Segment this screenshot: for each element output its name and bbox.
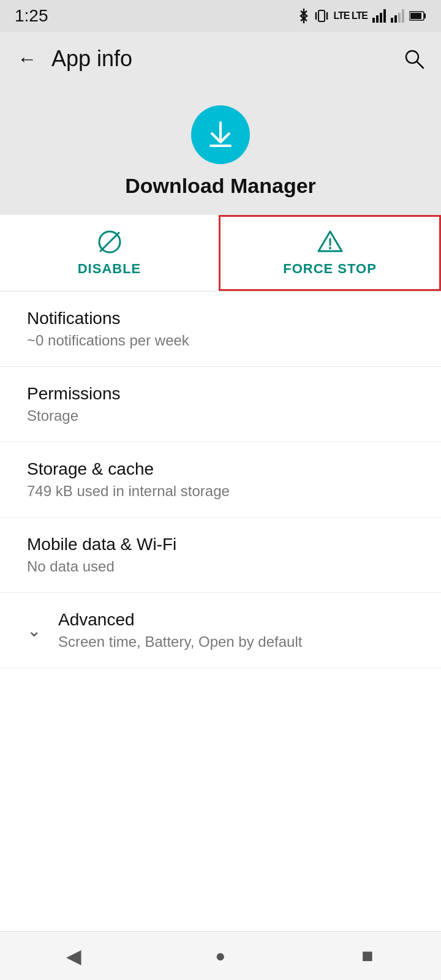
page-title: App info — [51, 46, 132, 72]
notifications-content: Notifications ~0 notifications per week — [27, 309, 417, 349]
advanced-content: Advanced Screen time, Battery, Open by d… — [58, 610, 417, 650]
search-icon — [403, 48, 425, 70]
nav-back-icon: ◀ — [66, 944, 81, 968]
svg-rect-1 — [318, 10, 325, 21]
nav-home-button[interactable]: ● — [196, 932, 245, 981]
nav-recents-icon: ■ — [361, 944, 373, 967]
notifications-item[interactable]: Notifications ~0 notifications per week — [0, 292, 441, 367]
nav-back-button[interactable]: ◀ — [49, 932, 98, 981]
battery-icon — [409, 10, 426, 21]
app-icon — [191, 105, 250, 164]
bluetooth-icon — [298, 8, 310, 24]
permissions-subtitle: Storage — [27, 407, 417, 424]
status-bar: 1:25 LTE LTE — [0, 0, 441, 32]
storage-subtitle: 749 kB used in internal storage — [27, 483, 417, 500]
force-stop-icon — [317, 229, 343, 255]
disable-icon — [97, 229, 123, 255]
download-icon — [203, 118, 238, 152]
status-icons: LTE LTE — [298, 8, 426, 24]
force-stop-label: FORCE STOP — [283, 261, 377, 277]
svg-rect-5 — [376, 15, 379, 23]
signal-icon-2 — [391, 9, 404, 23]
back-arrow-icon: ← — [17, 48, 37, 70]
svg-rect-6 — [380, 13, 382, 23]
mobile-data-item[interactable]: Mobile data & Wi-Fi No data used — [0, 518, 441, 593]
app-bar-left: ← App info — [12, 44, 132, 74]
signal-icon-1 — [372, 9, 386, 23]
actions-row: DISABLE FORCE STOP — [0, 215, 441, 292]
svg-rect-11 — [402, 9, 404, 23]
permissions-content: Permissions Storage — [27, 384, 417, 424]
nav-home-icon: ● — [216, 946, 226, 966]
advanced-item[interactable]: ⌄ Advanced Screen time, Battery, Open by… — [0, 593, 441, 668]
mobile-data-title: Mobile data & Wi-Fi — [27, 535, 417, 554]
disable-button[interactable]: DISABLE — [0, 215, 219, 291]
force-stop-button[interactable]: FORCE STOP — [219, 215, 441, 291]
svg-rect-14 — [410, 13, 421, 19]
svg-rect-10 — [398, 13, 401, 23]
svg-rect-4 — [372, 18, 375, 23]
notifications-subtitle: ~0 notifications per week — [27, 332, 417, 349]
nav-recents-button[interactable]: ■ — [343, 932, 392, 981]
status-time: 1:25 — [15, 6, 48, 26]
svg-line-19 — [100, 233, 119, 251]
svg-rect-9 — [394, 15, 397, 23]
app-header: Download Manager — [0, 86, 441, 215]
storage-content: Storage & cache 749 kB used in internal … — [27, 459, 417, 500]
mobile-data-subtitle: No data used — [27, 558, 417, 575]
svg-rect-8 — [391, 18, 393, 23]
search-button[interactable] — [399, 44, 429, 74]
permissions-item[interactable]: Permissions Storage — [0, 367, 441, 442]
storage-title: Storage & cache — [27, 459, 417, 479]
back-button[interactable]: ← — [12, 44, 42, 74]
advanced-subtitle: Screen time, Battery, Open by default — [58, 633, 417, 650]
advanced-title: Advanced — [58, 610, 417, 630]
app-bar: ← App info — [0, 32, 441, 86]
bottom-nav-bar: ◀ ● ■ — [0, 931, 441, 980]
disable-label: DISABLE — [78, 261, 141, 277]
list-section: Notifications ~0 notifications per week … — [0, 292, 441, 931]
lte-icon: LTE LTE — [333, 10, 368, 21]
vibrate-icon — [315, 8, 328, 24]
svg-rect-7 — [383, 9, 386, 23]
svg-rect-13 — [424, 13, 426, 18]
app-name: Download Manager — [125, 174, 316, 198]
storage-item[interactable]: Storage & cache 749 kB used in internal … — [0, 442, 441, 518]
mobile-data-content: Mobile data & Wi-Fi No data used — [27, 535, 417, 575]
svg-point-22 — [329, 247, 331, 249]
svg-line-16 — [417, 62, 423, 68]
svg-point-15 — [406, 51, 418, 63]
notifications-title: Notifications — [27, 309, 417, 328]
chevron-down-icon: ⌄ — [27, 620, 41, 641]
permissions-title: Permissions — [27, 384, 417, 404]
